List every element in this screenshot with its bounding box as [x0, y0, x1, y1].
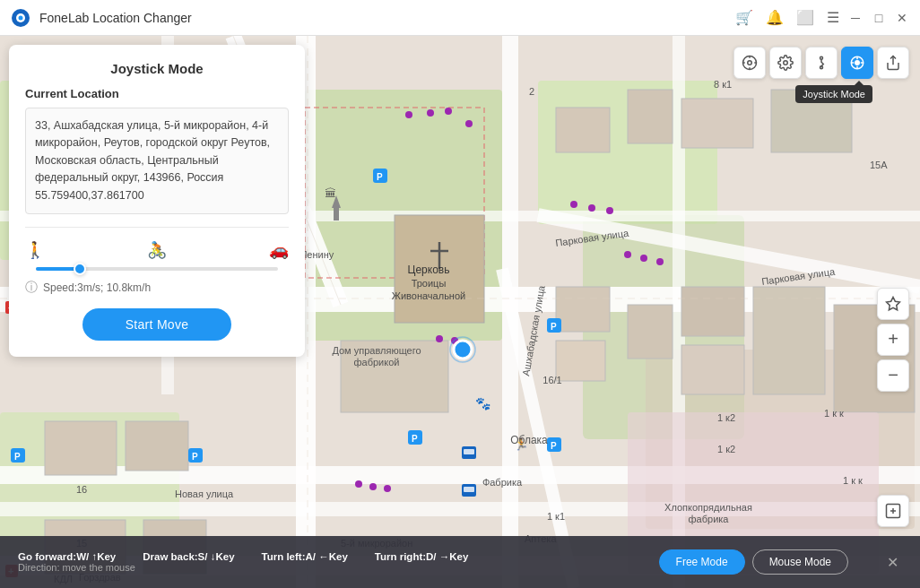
svg-rect-31: [753, 287, 825, 394]
svg-point-118: [454, 341, 472, 359]
svg-text:Облака: Облака: [510, 434, 548, 446]
svg-text:Новая улица: Новая улица: [175, 489, 234, 499]
go-forward-hint: Go forward:W/ ↑Key: [18, 551, 116, 562]
svg-point-81: [369, 483, 377, 490]
speed-text: Speed:3m/s; 10.8km/h: [43, 281, 151, 294]
close-bar-button[interactable]: ✕: [882, 552, 902, 572]
menu-icon[interactable]: ☰: [827, 9, 839, 26]
walk-icon: 🚶: [25, 240, 45, 260]
coordinates-display: 55.759400,37.861700: [35, 189, 144, 202]
svg-point-121: [748, 61, 752, 65]
minimize-button[interactable]: ─: [848, 11, 863, 25]
svg-text:P: P: [412, 434, 418, 444]
draw-back-hint: Draw back:S/ ↓Key: [143, 551, 234, 562]
svg-point-68: [405, 111, 412, 118]
svg-marker-136: [887, 297, 900, 309]
svg-text:16/1: 16/1: [542, 375, 561, 385]
svg-text:1 к к: 1 к к: [824, 408, 844, 419]
svg-point-78: [436, 335, 443, 342]
svg-point-82: [384, 485, 391, 492]
main-area: 🐾 🏃 P P P P P P P: [0, 36, 920, 588]
svg-text:1 к2: 1 к2: [717, 444, 735, 454]
settings-button[interactable]: [769, 47, 802, 79]
svg-rect-34: [628, 90, 673, 143]
svg-rect-37: [45, 421, 117, 475]
maximize-button[interactable]: □: [872, 11, 886, 25]
window-controls: ─ □ ✕: [848, 11, 909, 25]
svg-point-126: [784, 61, 788, 65]
mode-buttons: Free Mode Mouse Mode: [659, 549, 848, 575]
svg-rect-35: [681, 99, 753, 148]
svg-rect-30: [681, 345, 744, 394]
star-button[interactable]: [877, 288, 909, 320]
svg-text:фабрикой: фабрикой: [354, 357, 400, 368]
zoom-in-button[interactable]: +: [877, 324, 909, 356]
panel-divider: [25, 227, 289, 228]
joystick-button[interactable]: Joystick Mode: [841, 47, 873, 79]
svg-text:15A: 15A: [870, 160, 888, 170]
turn-left-hint: Turn left:A/ ←Key: [262, 551, 348, 562]
svg-point-127: [820, 56, 823, 59]
svg-text:Троицы: Троицы: [412, 278, 447, 289]
svg-text:P: P: [551, 441, 557, 451]
current-location-label: Current Location: [25, 87, 289, 100]
svg-text:🐾: 🐾: [475, 396, 491, 411]
speed-info: ⓘ Speed:3m/s; 10.8km/h: [25, 280, 289, 296]
route-button[interactable]: [805, 47, 838, 79]
left-panel: Joystick Mode Current Location 33, Ашхаб…: [9, 45, 305, 357]
svg-point-71: [465, 120, 473, 127]
close-button[interactable]: ✕: [895, 11, 909, 25]
svg-point-2: [19, 15, 23, 20]
joystick-tooltip: Joystick Mode: [795, 85, 872, 103]
window-icon[interactable]: ⬜: [796, 9, 814, 26]
svg-point-130: [855, 61, 860, 65]
app-title: FoneLab Location Changer: [39, 11, 735, 25]
svg-point-72: [570, 201, 577, 208]
svg-text:Хлопкопрядильная: Хлопкопрядильная: [664, 502, 752, 513]
svg-text:16: 16: [76, 484, 87, 495]
export-button[interactable]: [877, 495, 909, 527]
svg-point-76: [640, 255, 647, 262]
key-hints: Go forward:W/ ↑Key Draw back:S/ ↓Key Tur…: [18, 551, 632, 562]
titlebar-icon-group: 🛒 🔔 ⬜ ☰: [735, 9, 839, 26]
svg-rect-51: [464, 487, 474, 492]
svg-point-69: [427, 109, 434, 117]
svg-point-80: [355, 480, 362, 488]
top-right-toolbar: Joystick Mode: [733, 47, 909, 79]
svg-text:Дом управляющего: Дом управляющего: [332, 345, 421, 356]
mouse-mode-button[interactable]: Mouse Mode: [752, 549, 848, 575]
svg-text:2: 2: [529, 86, 534, 97]
svg-rect-26: [556, 287, 610, 332]
direction-hint: Direction: move the mouse: [18, 562, 632, 573]
cart-icon[interactable]: 🛒: [735, 9, 753, 26]
right-mini-toolbar: + −: [877, 288, 909, 392]
start-move-button[interactable]: Start Move: [82, 308, 232, 341]
panel-title: Joystick Mode: [25, 61, 289, 76]
app-logo: [11, 8, 30, 28]
share-button[interactable]: [877, 47, 909, 79]
svg-point-70: [445, 108, 452, 115]
zoom-out-button[interactable]: −: [877, 359, 909, 392]
turn-right-hint: Turn right:D/ →Key: [375, 551, 469, 562]
bike-icon: 🚴: [147, 240, 167, 260]
svg-text:P: P: [551, 322, 557, 332]
info-icon: ⓘ: [25, 280, 38, 296]
svg-point-74: [606, 207, 613, 214]
svg-point-75: [624, 251, 631, 258]
svg-text:P: P: [14, 452, 21, 462]
svg-text:1 к2: 1 к2: [717, 412, 735, 423]
svg-text:P: P: [192, 452, 198, 462]
svg-point-77: [656, 258, 664, 265]
location-button[interactable]: [733, 47, 766, 79]
speed-icons: 🚶 🚴 🚗: [25, 240, 289, 260]
bell-icon[interactable]: 🔔: [766, 9, 784, 26]
svg-text:8 к1: 8 к1: [714, 79, 732, 90]
bottom-bar: Go forward:W/ ↑Key Draw back:S/ ↓Key Tur…: [0, 536, 920, 588]
free-mode-button[interactable]: Free Mode: [659, 549, 745, 575]
svg-rect-27: [556, 341, 605, 381]
speed-slider-thumb[interactable]: [74, 263, 86, 275]
svg-rect-38: [126, 421, 188, 471]
svg-rect-49: [464, 449, 474, 454]
svg-rect-29: [681, 287, 744, 336]
speed-slider-track[interactable]: [36, 267, 278, 271]
